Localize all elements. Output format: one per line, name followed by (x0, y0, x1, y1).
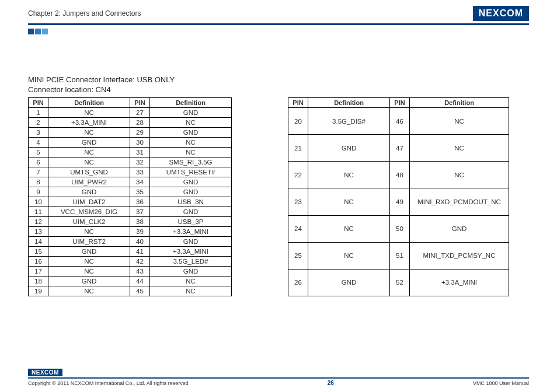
pin-cell: 45 (130, 286, 150, 296)
pin-cell: 23 (288, 188, 308, 215)
pin-cell: 48 (390, 162, 410, 188)
pin-cell: 29 (130, 128, 150, 138)
table-row: 16NC423.5G_LED# (29, 257, 232, 267)
chapter-title: Chapter 2: Jumpers and Connectors (28, 9, 141, 18)
table-row: 22NC48NC (288, 162, 509, 188)
pin-cell: 12 (29, 217, 48, 227)
def-cell: GND (48, 276, 130, 286)
pin-cell: 42 (130, 257, 150, 267)
pin-cell: 8 (29, 177, 48, 187)
def-cell: +3.3A_MINI (410, 269, 509, 296)
def-cell: GND (308, 135, 390, 162)
col-pin: PIN (390, 98, 410, 108)
def-cell: GND (150, 267, 232, 276)
col-pin: PIN (288, 98, 308, 108)
pin-table-2: PIN Definition PIN Definition 203.5G_DIS… (288, 97, 509, 296)
table-row: 15GND41+3.3A_MINI (29, 247, 232, 257)
def-cell: NC (150, 286, 232, 296)
table-row: 18GND44NC (29, 276, 232, 286)
def-cell: MINI_RXD_PCMDOUT_NC (410, 188, 509, 215)
header-rule (28, 23, 529, 25)
table-row: 8UIM_PWR234GND (29, 177, 232, 187)
pin-cell: 17 (29, 267, 48, 276)
section-location: Connector location: CN4 (28, 85, 529, 94)
col-def: Definition (308, 98, 390, 108)
manual-name: VMC 1000 User Manual (473, 380, 529, 386)
table-row: 5NC31NC (29, 148, 232, 158)
def-cell: GND (410, 215, 509, 242)
pin-cell: 1 (29, 108, 48, 118)
table-row: 10UIM_DAT236USB_3N (29, 197, 232, 207)
pin-cell: 3 (29, 128, 48, 138)
table-row: 19NC45NC (29, 286, 232, 296)
table-row: 21GND47NC (288, 135, 509, 162)
pin-cell: 21 (288, 135, 308, 162)
pin-cell: 34 (130, 177, 150, 187)
pin-cell: 25 (288, 242, 308, 269)
pin-cell: 49 (390, 188, 410, 215)
def-cell: UIM_DAT2 (48, 197, 130, 207)
def-cell: NC (308, 242, 390, 269)
table-header-row: PIN Definition PIN Definition (29, 98, 232, 108)
def-cell: UIM_RST2 (48, 237, 130, 247)
table-row: 12UIM_CLK238USB_3P (29, 217, 232, 227)
footer-logo: NEXCOM (28, 369, 62, 376)
def-cell: NC (48, 286, 130, 296)
def-cell: GND (150, 237, 232, 247)
def-cell: VCC_MSM26_DIG (48, 207, 130, 217)
pin-cell: 18 (29, 276, 48, 286)
def-cell: SMS_RI_3.5G (150, 158, 232, 167)
pin-cell: 46 (390, 108, 410, 135)
def-cell: GND (150, 177, 232, 187)
pin-cell: 24 (288, 215, 308, 242)
def-cell: GND (150, 207, 232, 217)
table-row: 9GND35GND (29, 187, 232, 197)
def-cell: NC (410, 108, 509, 135)
def-cell: +3.3A_MINI (48, 118, 130, 128)
decorative-squares (28, 29, 557, 34)
def-cell: GND (150, 128, 232, 138)
table-row: 6NC32SMS_RI_3.5G (29, 158, 232, 167)
def-cell: GND (48, 138, 130, 148)
footer-rule (28, 377, 529, 379)
table-row: 4GND30NC (29, 138, 232, 148)
def-cell: USB_3P (150, 217, 232, 227)
def-cell: NC (308, 162, 390, 188)
pin-cell: 15 (29, 247, 48, 257)
pin-cell: 22 (288, 162, 308, 188)
def-cell: NC (150, 118, 232, 128)
pin-cell: 37 (130, 207, 150, 217)
table-row: 13NC39+3.3A_MINI (29, 227, 232, 237)
pin-cell: 28 (130, 118, 150, 128)
pin-cell: 13 (29, 227, 48, 237)
square-icon (42, 29, 48, 34)
def-cell: NC (48, 257, 130, 267)
def-cell: UIM_PWR2 (48, 177, 130, 187)
table-row: 14UIM_RST240GND (29, 237, 232, 247)
pin-cell: 51 (390, 242, 410, 269)
def-cell: NC (308, 188, 390, 215)
def-cell: +3.3A_MINI (150, 227, 232, 237)
pin-cell: 33 (130, 167, 150, 177)
table-header-row: PIN Definition PIN Definition (288, 98, 509, 108)
def-cell: NC (48, 128, 130, 138)
table-row: 203.5G_DIS#46NC (288, 108, 509, 135)
pin-cell: 43 (130, 267, 150, 276)
pin-cell: 16 (29, 257, 48, 267)
pin-cell: 26 (288, 269, 308, 296)
pin-cell: 39 (130, 227, 150, 237)
pin-cell: 5 (29, 148, 48, 158)
page-number: 26 (328, 380, 334, 386)
brand-logo: NEXCOM (473, 6, 529, 21)
table-row: 1NC27GND (29, 108, 232, 118)
def-cell: 3.5G_DIS# (308, 108, 390, 135)
def-cell: USB_3N (150, 197, 232, 207)
table-row: 26GND52+3.3A_MINI (288, 269, 509, 296)
col-def: Definition (410, 98, 509, 108)
pin-cell: 50 (390, 215, 410, 242)
table-row: 7UMTS_GND33UMTS_RESET# (29, 167, 232, 177)
pin-cell: 44 (130, 276, 150, 286)
def-cell: NC (150, 276, 232, 286)
pin-cell: 38 (130, 217, 150, 227)
def-cell: NC (308, 215, 390, 242)
